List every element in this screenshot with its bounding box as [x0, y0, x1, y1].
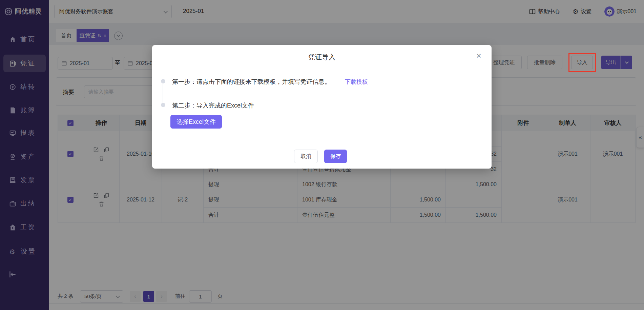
modal-title: 凭证导入: [152, 53, 492, 62]
app-window: 阿优精灵 阿优财务软件演示账套 2025-01 帮助中心 ⚙ 设置: [0, 0, 644, 310]
cancel-button[interactable]: 取消: [294, 150, 318, 163]
choose-excel-button[interactable]: 选择Excel文件: [170, 115, 222, 129]
modal-close-icon[interactable]: ×: [476, 51, 481, 60]
step1-row: 第一步：请点击下面的链接来下载模板，并填写凭证信息。 下载模板: [172, 78, 368, 86]
step-connector: [163, 82, 163, 103]
voucher-import-modal: 凭证导入 × 第一步：请点击下面的链接来下载模板，并填写凭证信息。 下载模板 第…: [152, 45, 492, 169]
save-button[interactable]: 保存: [324, 150, 347, 163]
download-template-link[interactable]: 下载模板: [345, 78, 368, 86]
step2-text: 第二步：导入完成的Excel文件: [172, 101, 254, 110]
step2-row: 第二步：导入完成的Excel文件: [172, 101, 254, 110]
step1-text: 第一步：请点击下面的链接来下载模板，并填写凭证信息。: [172, 78, 331, 86]
step2-dot: [161, 103, 165, 107]
